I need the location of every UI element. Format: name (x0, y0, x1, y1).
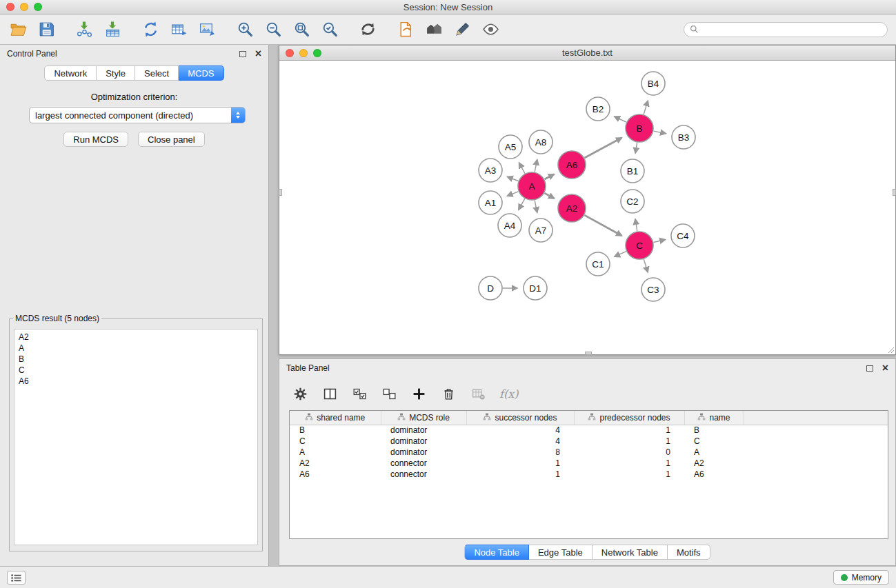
table-cell[interactable]: 1 (574, 458, 684, 469)
table-cell[interactable]: 4 (466, 436, 574, 447)
export-image-button[interactable] (197, 20, 217, 39)
open-file-button[interactable] (8, 20, 28, 39)
edge-A6-B[interactable] (584, 138, 621, 158)
table-cell[interactable]: dominator (381, 447, 466, 458)
column-header-predecessor-nodes[interactable]: predecessor nodes (574, 411, 684, 425)
run-mcds-button[interactable]: Run MCDS (63, 132, 128, 147)
search-input[interactable] (702, 23, 882, 36)
table-row[interactable]: Bdominator41B (290, 425, 888, 436)
edge-C-C1[interactable] (615, 252, 626, 257)
column-header-MCDS-role[interactable]: MCDS role (381, 411, 466, 425)
edge-A-A5[interactable] (519, 163, 525, 174)
control-tab-select[interactable]: Select (135, 65, 179, 81)
table-cell[interactable]: 1 (466, 458, 574, 469)
table-tab-node-table[interactable]: Node Table (464, 545, 529, 560)
edge-A2-C[interactable] (584, 215, 621, 236)
edge-B-B1[interactable] (635, 143, 637, 154)
save-session-button[interactable] (37, 20, 56, 39)
table-cell[interactable]: dominator (381, 425, 466, 436)
add-column-button[interactable] (410, 385, 427, 403)
memory-button[interactable]: Memory (833, 570, 889, 585)
close-panel-icon[interactable] (882, 363, 888, 374)
table-tab-network-table[interactable]: Network Table (593, 545, 668, 560)
import-table-button[interactable] (103, 20, 122, 39)
edge-C-C4[interactable] (653, 240, 665, 243)
eye-button[interactable] (481, 20, 500, 39)
close-panel-icon[interactable] (255, 48, 261, 59)
select-all-button[interactable] (351, 385, 368, 403)
table-cell[interactable]: C (684, 436, 744, 447)
table-cell[interactable]: 1 (574, 425, 684, 436)
edge-B-B3[interactable] (654, 131, 666, 134)
control-tab-network[interactable]: Network (44, 65, 97, 81)
mcds-result-list[interactable]: A2ABCA6 (14, 329, 258, 545)
edge-A-A3[interactable] (507, 176, 518, 181)
table-cell[interactable]: C (290, 436, 381, 447)
edge-B-B4[interactable] (644, 101, 648, 114)
table-cell[interactable]: A (290, 447, 381, 458)
close-panel-button[interactable]: Close panel (138, 132, 205, 147)
edge-A-A8[interactable] (535, 159, 537, 172)
table-cell[interactable]: A6 (290, 469, 381, 480)
table-cell[interactable]: 4 (466, 425, 574, 436)
report-button[interactable] (396, 20, 415, 39)
column-header-name[interactable]: name (684, 411, 744, 425)
control-tab-style[interactable]: Style (97, 65, 135, 81)
edge-A-A7[interactable] (535, 201, 537, 213)
import-network-button[interactable] (74, 20, 94, 39)
mcds-result-item[interactable]: A6 (19, 376, 253, 387)
mcds-result-item[interactable]: A (19, 343, 253, 354)
table-cell[interactable]: connector (381, 458, 466, 469)
function-builder-button[interactable]: f(x) (499, 385, 518, 403)
clear-table-button[interactable] (470, 385, 486, 403)
unselect-all-button[interactable] (381, 385, 397, 403)
resize-grip-icon[interactable] (886, 345, 895, 354)
edge-C-C2[interactable] (635, 219, 637, 232)
table-cell[interactable]: 8 (466, 447, 574, 458)
table-cell[interactable]: A6 (684, 469, 744, 480)
table-tab-edge-table[interactable]: Edge Table (529, 545, 593, 560)
clone-table-button[interactable] (169, 20, 188, 39)
edge-A-A2[interactable] (544, 193, 554, 199)
mcds-result-item[interactable]: B (19, 354, 253, 365)
mcds-result-item[interactable]: C (19, 365, 253, 376)
search-box[interactable] (684, 22, 888, 37)
mcds-result-item[interactable]: A2 (19, 332, 253, 343)
clone-network-button[interactable] (141, 20, 160, 39)
table-row[interactable]: Cdominator41C (290, 436, 888, 447)
delete-column-button[interactable] (440, 385, 457, 403)
resize-handle[interactable] (585, 352, 592, 355)
zoom-in-button[interactable] (235, 20, 255, 39)
table-cell[interactable]: 1 (574, 436, 684, 447)
table-cell[interactable]: B (290, 425, 381, 436)
panel-list-button[interactable] (7, 571, 26, 585)
float-panel-icon[interactable] (239, 51, 246, 57)
table-cell[interactable]: A (684, 447, 744, 458)
table-row[interactable]: A6connector11A6 (290, 469, 888, 480)
table-cell[interactable]: B (684, 425, 744, 436)
network-canvas[interactable]: B4B2BB3A5A8A6B1A3AA1A2C2A4A7C4CC1C3DD1 (279, 61, 895, 354)
table-row[interactable]: A2connector11A2 (290, 458, 888, 469)
criterion-dropdown[interactable]: largest connected component (directed) (29, 107, 246, 123)
table-cell[interactable]: A2 (290, 458, 381, 469)
zoom-out-button[interactable] (263, 20, 283, 39)
pencil-button[interactable] (452, 20, 472, 39)
table-cell[interactable]: 0 (574, 447, 684, 458)
control-tab-mcds[interactable]: MCDS (179, 65, 223, 81)
edge-A-A4[interactable] (519, 199, 525, 210)
zoom-fit-button[interactable] (292, 20, 311, 39)
table-cell[interactable]: 1 (466, 469, 574, 480)
edge-B-B2[interactable] (615, 116, 626, 122)
float-panel-icon[interactable] (866, 365, 873, 372)
home-button[interactable] (424, 20, 444, 39)
table-cell[interactable]: connector (381, 469, 466, 480)
column-layout-button[interactable] (321, 385, 338, 403)
network-window-titlebar[interactable]: testGlobe.txt (279, 45, 895, 61)
table-row[interactable]: Adominator80A (290, 447, 888, 458)
column-header-shared-name[interactable]: shared name (290, 411, 381, 425)
resize-handle[interactable] (279, 189, 282, 196)
refresh-layout-button[interactable] (358, 20, 377, 39)
table-cell[interactable]: 1 (574, 469, 684, 480)
column-header-successor-nodes[interactable]: successor nodes (466, 411, 574, 425)
settings-gear-button[interactable] (292, 385, 308, 403)
